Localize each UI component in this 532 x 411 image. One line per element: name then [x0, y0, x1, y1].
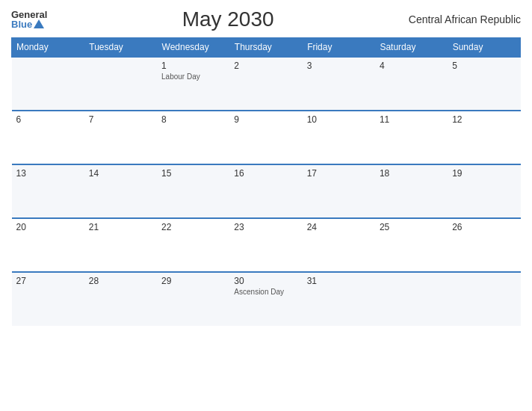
country-label: Central African Republic	[409, 13, 521, 25]
day-number: 5	[452, 61, 516, 71]
day-number: 13	[16, 168, 80, 179]
calendar-cell: 23	[229, 218, 302, 272]
calendar-cell	[84, 57, 157, 111]
day-number: 7	[89, 114, 152, 125]
calendar-week-row: 1Labour Day2345	[12, 57, 521, 111]
day-number: 12	[452, 114, 516, 125]
day-number: 11	[380, 114, 443, 125]
day-number: 17	[307, 168, 371, 179]
calendar-cell: 28	[84, 272, 157, 326]
day-number: 6	[16, 114, 80, 125]
day-number: 21	[89, 222, 152, 232]
day-number: 28	[89, 276, 152, 286]
day-number: 25	[380, 222, 443, 232]
day-number: 8	[161, 114, 225, 125]
calendar-cell: 15	[157, 164, 229, 218]
calendar-cell: 18	[375, 164, 448, 218]
day-number: 19	[452, 168, 516, 179]
day-number: 3	[307, 61, 371, 71]
calendar-cell: 26	[448, 218, 520, 272]
day-number: 4	[380, 61, 443, 71]
calendar-cell: 30Ascension Day	[229, 272, 302, 326]
day-number: 18	[380, 168, 443, 179]
calendar-cell: 3	[303, 57, 375, 111]
day-number: 30	[234, 276, 297, 286]
day-number: 1	[161, 61, 225, 71]
calendar-cell: 6	[12, 111, 84, 164]
calendar-week-row: 6789101112	[12, 111, 521, 164]
day-number: 2	[234, 61, 297, 71]
calendar-cell: 27	[12, 272, 84, 326]
page-title: May 2030	[47, 7, 408, 31]
calendar-week-row: 27282930Ascension Day31	[12, 272, 521, 326]
calendar-cell: 16	[229, 164, 302, 218]
day-number: 9	[234, 114, 297, 125]
day-number: 29	[161, 276, 225, 286]
day-number: 16	[234, 168, 297, 179]
calendar-cell: 1Labour Day	[157, 57, 229, 111]
holiday-label: Labour Day	[161, 72, 225, 81]
calendar-cell: 19	[448, 164, 520, 218]
col-wednesday: Wednesday	[157, 38, 229, 58]
calendar-header: Monday Tuesday Wednesday Thursday Friday…	[12, 38, 521, 58]
day-number: 10	[307, 114, 371, 125]
col-monday: Monday	[12, 38, 84, 58]
logo-blue-text: Blue	[11, 19, 44, 29]
day-number: 27	[16, 276, 80, 286]
calendar-cell: 11	[375, 111, 448, 164]
day-number: 22	[161, 222, 225, 232]
page-header: General Blue May 2030 Central African Re…	[11, 7, 521, 31]
calendar-page: General Blue May 2030 Central African Re…	[0, 0, 532, 411]
logo: General Blue	[11, 10, 47, 29]
holiday-label: Ascension Day	[234, 288, 297, 296]
calendar-cell: 5	[448, 57, 520, 111]
day-number: 24	[307, 222, 371, 232]
col-saturday: Saturday	[375, 38, 448, 58]
calendar-cell	[448, 272, 520, 326]
col-thursday: Thursday	[229, 38, 302, 58]
calendar-cell	[12, 57, 84, 111]
calendar-cell	[375, 272, 448, 326]
calendar-cell: 17	[303, 164, 375, 218]
calendar-cell: 4	[375, 57, 448, 111]
calendar-cell: 21	[84, 218, 157, 272]
calendar-cell: 2	[229, 57, 302, 111]
calendar-cell: 7	[84, 111, 157, 164]
calendar-cell: 31	[303, 272, 375, 326]
calendar-cell: 14	[84, 164, 157, 218]
calendar-cell: 13	[12, 164, 84, 218]
calendar-table: Monday Tuesday Wednesday Thursday Friday…	[11, 37, 521, 326]
day-number: 20	[16, 222, 80, 232]
calendar-cell: 24	[303, 218, 375, 272]
calendar-cell: 8	[157, 111, 229, 164]
calendar-body: 1Labour Day23456789101112131415161718192…	[12, 57, 521, 326]
calendar-cell: 12	[448, 111, 520, 164]
col-friday: Friday	[303, 38, 375, 58]
day-number: 23	[234, 222, 297, 232]
calendar-cell: 9	[229, 111, 302, 164]
day-number: 15	[161, 168, 225, 179]
logo-triangle-icon	[34, 19, 44, 28]
calendar-cell: 25	[375, 218, 448, 272]
day-number: 26	[452, 222, 516, 232]
day-number: 31	[307, 276, 371, 286]
calendar-cell: 20	[12, 218, 84, 272]
col-tuesday: Tuesday	[84, 38, 157, 58]
day-number: 14	[89, 168, 152, 179]
calendar-cell: 22	[157, 218, 229, 272]
col-sunday: Sunday	[448, 38, 520, 58]
days-of-week-row: Monday Tuesday Wednesday Thursday Friday…	[12, 38, 521, 58]
calendar-week-row: 13141516171819	[12, 164, 521, 218]
calendar-week-row: 20212223242526	[12, 218, 521, 272]
calendar-cell: 29	[157, 272, 229, 326]
calendar-cell: 10	[303, 111, 375, 164]
